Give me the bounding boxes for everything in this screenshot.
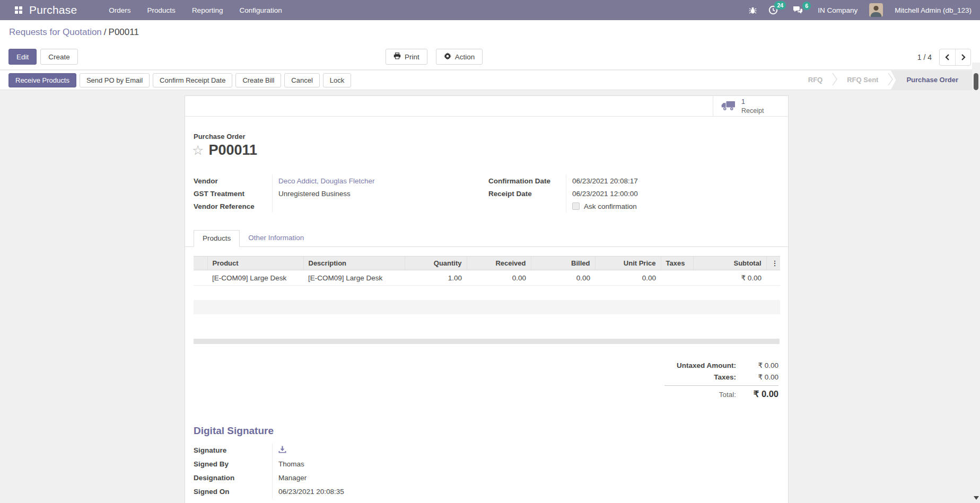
- empty-row: [194, 314, 780, 329]
- list-header-row: Product Description Quantity Received Bi…: [194, 257, 780, 270]
- pager-next-button[interactable]: [955, 49, 970, 65]
- message-count-badge: 6: [802, 2, 811, 10]
- menu-configuration[interactable]: Configuration: [238, 1, 283, 20]
- optional-columns-icon[interactable]: ⋮: [766, 257, 780, 270]
- cell-taxes: [661, 270, 693, 286]
- apps-grid-icon[interactable]: [15, 6, 22, 14]
- form-sheet: 1 Receipt Purchase Order ☆ P00011 Vendor…: [185, 95, 789, 503]
- form-view-content: 1 Receipt Purchase Order ☆ P00011 Vendor…: [0, 90, 980, 503]
- signed-on-value: 06/23/2021 20:08:35: [272, 485, 480, 499]
- col-billed: Billed: [531, 257, 595, 270]
- top-navbar: Purchase Orders Products Reporting Confi…: [0, 0, 980, 20]
- receipt-smart-button[interactable]: 1 Receipt: [713, 96, 788, 117]
- tab-products[interactable]: Products: [194, 230, 240, 247]
- receive-products-button[interactable]: Receive Products: [8, 73, 76, 87]
- col-description: Description: [303, 257, 405, 270]
- cell-description: [E-COM09] Large Desk: [303, 270, 405, 286]
- download-icon[interactable]: [278, 446, 286, 455]
- vertical-scrollbar[interactable]: [972, 63, 980, 503]
- gst-treatment-label: GST Treatment: [194, 187, 272, 200]
- print-button[interactable]: Print: [386, 49, 427, 65]
- action-button[interactable]: Action: [436, 49, 483, 65]
- notebook-tabs: Products Other Information: [185, 230, 788, 247]
- odoo-purchase-screen: Purchase Orders Products Reporting Confi…: [0, 0, 980, 503]
- step-rfq-sent[interactable]: RFQ Sent: [838, 70, 887, 90]
- cancel-button[interactable]: Cancel: [284, 73, 319, 87]
- untaxed-amount-label: Untaxed Amount:: [677, 361, 736, 369]
- signed-on-label: Signed On: [194, 485, 272, 499]
- scrollbar-thumb[interactable]: [974, 73, 978, 90]
- tab-other-information[interactable]: Other Information: [240, 230, 312, 247]
- create-button[interactable]: Create: [40, 49, 78, 65]
- vendor-reference-label: Vendor Reference: [194, 200, 272, 213]
- receipt-date-value: 06/23/2021 12:00:00: [566, 187, 780, 200]
- truck-icon: [721, 101, 736, 112]
- scrollbar-down-arrow[interactable]: [974, 496, 979, 500]
- cell-unit-price: 0.00: [595, 270, 661, 286]
- vendor-label: Vendor: [194, 174, 272, 187]
- document-type-label: Purchase Order: [194, 133, 780, 140]
- total-value: ₹ 0.00: [736, 389, 778, 399]
- receipt-date-label: Receipt Date: [488, 187, 566, 200]
- user-menu[interactable]: Mitchell Admin (db_123): [895, 6, 972, 14]
- breadcrumb-current: P00011: [109, 27, 139, 37]
- app-brand[interactable]: Purchase: [29, 4, 77, 16]
- breadcrumb: Requests for Quotation/P00011: [9, 27, 139, 38]
- cell-billed: 0.00: [531, 270, 595, 286]
- company-switcher[interactable]: IN Company: [818, 6, 858, 14]
- step-rfq[interactable]: RFQ: [799, 70, 832, 90]
- gst-treatment-value: Unregistered Business: [272, 187, 480, 200]
- menu-orders[interactable]: Orders: [108, 1, 132, 20]
- pager-previous-button[interactable]: [940, 49, 955, 65]
- cell-product: [E-COM09] Large Desk: [207, 270, 303, 286]
- pager-counter: 1 / 4: [917, 53, 932, 61]
- create-bill-button[interactable]: Create Bill: [235, 73, 281, 87]
- step-chevron-icon: [832, 69, 838, 91]
- document-number: P00011: [208, 142, 257, 158]
- confirmation-date-value: 06/23/2021 20:08:17: [566, 174, 780, 187]
- control-panel: Requests for Quotation/P00011 Edit Creat…: [0, 20, 980, 70]
- edit-button[interactable]: Edit: [8, 49, 37, 65]
- cell-subtotal: ₹ 0.00: [693, 270, 766, 286]
- receipt-label: Receipt: [741, 107, 764, 115]
- confirm-receipt-date-button[interactable]: Confirm Receipt Date: [153, 73, 232, 87]
- signed-by-value: Thomas: [272, 457, 480, 471]
- designation-label: Designation: [194, 471, 272, 485]
- lock-button[interactable]: Lock: [323, 73, 351, 87]
- vendor-reference-value: [272, 200, 480, 213]
- statusbar: Receive Products Send PO by Email Confir…: [0, 70, 980, 90]
- signature-label: Signature: [194, 444, 272, 457]
- ask-confirmation-label: Ask confirmation: [584, 202, 637, 210]
- breadcrumb-parent-link[interactable]: Requests for Quotation: [9, 27, 102, 37]
- confirmation-date-label: Confirmation Date: [488, 174, 566, 187]
- activities-clock-icon[interactable]: 24: [768, 5, 778, 15]
- totals-divider: [664, 385, 778, 386]
- receipt-count: 1: [741, 98, 764, 106]
- send-po-by-email-button[interactable]: Send PO by Email: [80, 73, 150, 87]
- user-avatar[interactable]: [869, 3, 883, 17]
- ask-confirmation-checkbox[interactable]: [572, 202, 580, 210]
- col-taxes: Taxes: [661, 257, 693, 270]
- status-steps: RFQ RFQ Sent Purchase Order: [799, 70, 980, 90]
- col-quantity: Quantity: [405, 257, 467, 270]
- actions-row: Edit Create Print Action 1 / 4: [0, 49, 980, 65]
- messages-chat-icon[interactable]: 6: [793, 6, 803, 14]
- signed-by-label: Signed By: [194, 457, 272, 471]
- favorite-star-icon[interactable]: ☆: [192, 144, 204, 157]
- step-purchase-order[interactable]: Purchase Order: [890, 70, 972, 90]
- menu-reporting[interactable]: Reporting: [191, 1, 224, 20]
- debug-bug-icon[interactable]: [749, 6, 757, 14]
- order-line-row[interactable]: [E-COM09] Large Desk [E-COM09] Large Des…: [194, 270, 780, 286]
- menu-products[interactable]: Products: [146, 1, 177, 20]
- digital-signature-heading: Digital Signature: [194, 425, 780, 437]
- total-label: Total:: [719, 391, 736, 399]
- horizontal-scrollbar-track[interactable]: [194, 339, 780, 344]
- field-groups: Vendor Deco Addict, Douglas Fletcher GST…: [194, 174, 780, 213]
- vendor-value-link[interactable]: Deco Addict, Douglas Fletcher: [278, 177, 375, 185]
- taxes-label: Taxes:: [714, 373, 736, 381]
- breadcrumb-separator: /: [102, 27, 109, 37]
- col-product: Product: [207, 257, 303, 270]
- order-lines-list: Product Description Quantity Received Bi…: [194, 256, 780, 344]
- col-received: Received: [467, 257, 531, 270]
- col-unit-price: Unit Price: [595, 257, 661, 270]
